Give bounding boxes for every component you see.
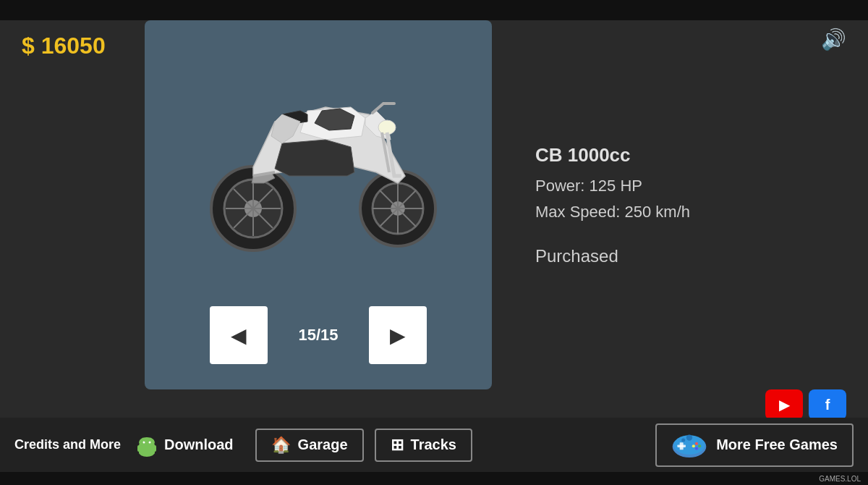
bike-navigation: ◀ 15/15 ▶ — [145, 306, 492, 364]
bottom-bar: GAMES.LOL — [0, 472, 868, 485]
garage-label: Garage — [298, 436, 348, 453]
bike-image-area — [145, 20, 492, 295]
bike-card: ◀ 15/15 ▶ — [145, 20, 492, 389]
bike-counter: 15/15 — [289, 326, 347, 345]
facebook-button[interactable]: f — [809, 389, 846, 420]
garage-icon: 🏠 — [271, 436, 291, 455]
bike-max-speed: Max Speed: 250 km/h — [535, 203, 803, 222]
motorcycle-image — [181, 56, 456, 259]
top-bar — [0, 0, 868, 20]
gamepad-icon — [671, 431, 707, 460]
tracks-label: Tracks — [411, 436, 456, 453]
svg-point-30 — [698, 444, 701, 447]
credits-label[interactable]: Credits and More — [14, 437, 121, 452]
svg-point-32 — [692, 444, 695, 447]
svg-point-31 — [695, 447, 698, 450]
svg-point-19 — [139, 437, 155, 447]
currency-display: $ 16050 — [22, 33, 106, 59]
svg-point-33 — [686, 434, 692, 440]
tracks-icon: ⊞ — [391, 436, 404, 455]
bike-power: Power: 125 HP — [535, 177, 803, 195]
more-games-label: More Free Games — [716, 436, 838, 453]
prev-bike-button[interactable]: ◀ — [210, 306, 268, 364]
social-buttons: ▶ f — [765, 389, 846, 420]
download-button[interactable]: Download — [135, 434, 234, 457]
more-games-button[interactable]: More Free Games — [655, 423, 854, 467]
svg-point-29 — [695, 442, 698, 444]
youtube-button[interactable]: ▶ — [765, 389, 803, 420]
svg-rect-18 — [153, 445, 156, 452]
toolbar: Credits and More Download 🏠 Garage ⊞ Tra… — [0, 418, 868, 472]
bike-status: Purchased — [535, 246, 803, 266]
next-bike-button[interactable]: ▶ — [369, 306, 427, 364]
svg-point-34 — [681, 438, 685, 442]
download-label: Download — [164, 436, 234, 453]
android-icon — [135, 434, 158, 457]
svg-rect-17 — [137, 445, 140, 452]
svg-rect-28 — [677, 444, 686, 447]
bike-name: CB 1000cc — [535, 144, 803, 166]
games-lol-logo: GAMES.LOL — [819, 475, 861, 483]
tracks-button[interactable]: ⊞ Tracks — [375, 429, 472, 462]
svg-rect-24 — [140, 448, 153, 454]
garage-button[interactable]: 🏠 Garage — [255, 429, 364, 462]
bike-info-panel: CB 1000cc Power: 125 HP Max Speed: 250 k… — [506, 20, 832, 389]
